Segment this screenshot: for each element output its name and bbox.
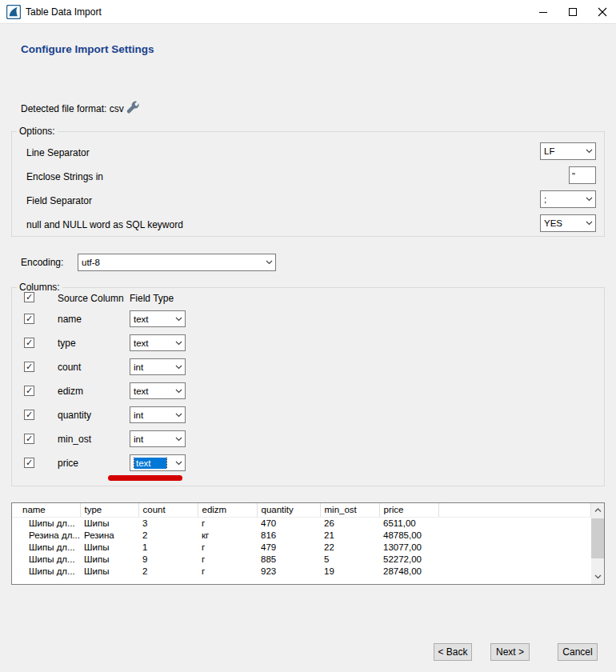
page-title: Configure Import Settings [21, 43, 154, 55]
column-checkbox-price[interactable]: ✓ [24, 458, 34, 468]
columns-group-title: Columns: [17, 282, 62, 293]
null-keyword-label: null and NULL word as SQL keyword [26, 219, 183, 230]
col-header-name[interactable]: name [12, 503, 80, 517]
chevron-down-icon [172, 413, 185, 418]
line-separator-select[interactable]: LF [540, 142, 596, 160]
source-column-header: Source Column [58, 293, 124, 304]
col-header-min-ost[interactable]: min_ost [320, 503, 379, 517]
field-type-select-type[interactable]: text [130, 334, 186, 351]
chevron-down-icon [172, 461, 185, 466]
preview-table: name type count edizm quantity min_ost p… [12, 503, 591, 577]
column-checkbox-count[interactable]: ✓ [24, 362, 34, 372]
col-header-count[interactable]: count [138, 503, 198, 517]
chevron-down-icon [582, 221, 595, 226]
field-type-select-min-ost[interactable]: int [130, 430, 186, 447]
options-group: Options: Line Separator LF Enclose Strin… [11, 131, 605, 237]
field-separator-select[interactable]: ; [540, 190, 596, 208]
table-header-row: name type count edizm quantity min_ost p… [12, 503, 591, 517]
cancel-button[interactable]: Cancel [558, 643, 598, 661]
column-checkbox-min-ost[interactable]: ✓ [24, 434, 34, 444]
column-label-price: price [58, 458, 78, 469]
field-type-select-quantity[interactable]: int [130, 406, 186, 423]
columns-group: Columns: ✓ Source Column Field Type ✓ na… [11, 287, 605, 486]
wrench-icon[interactable] [125, 100, 141, 116]
vertical-scrollbar[interactable] [591, 503, 604, 584]
detected-file-format-label: Detected file format: csv [21, 103, 124, 114]
column-label-min-ost: min_ost [58, 434, 91, 445]
data-preview-panel: name type count edizm quantity min_ost p… [11, 502, 605, 585]
chevron-down-icon [172, 437, 185, 442]
chevron-down-icon [172, 341, 185, 346]
minimize-button[interactable] [530, 0, 557, 24]
select-all-columns-checkbox[interactable]: ✓ [24, 292, 34, 302]
table-row[interactable]: Шипы дл... Шипы 3 г 470 26 6511,00 [12, 517, 591, 529]
column-checkbox-name[interactable]: ✓ [24, 314, 34, 324]
red-underline-annotation [108, 475, 182, 481]
chevron-down-icon [262, 260, 275, 265]
selected-field-type-highlight: text [134, 458, 166, 469]
column-label-quantity: quantity [58, 410, 91, 421]
field-type-select-name[interactable]: text [130, 310, 186, 327]
close-button[interactable] [589, 0, 616, 24]
chevron-down-icon [582, 197, 595, 202]
column-checkbox-quantity[interactable]: ✓ [24, 410, 34, 420]
null-keyword-select[interactable]: YES [540, 214, 596, 232]
table-row[interactable]: Шипы дл... Шипы 1 г 479 22 13077,00 [12, 541, 591, 553]
enclose-strings-label: Enclose Strings in [26, 171, 103, 182]
column-label-count: count [58, 362, 81, 373]
table-row[interactable]: Резина дл... Резина 2 кг 816 21 48785,00 [12, 529, 591, 541]
column-checkbox-type[interactable]: ✓ [24, 338, 34, 348]
maximize-button[interactable] [559, 0, 586, 24]
chevron-down-icon [172, 389, 185, 394]
chevron-down-icon [172, 317, 185, 322]
column-label-type: type [58, 338, 76, 349]
chevron-down-icon [582, 149, 595, 154]
column-label-edizm: edizm [58, 386, 83, 397]
next-button[interactable]: Next > [490, 643, 530, 661]
field-separator-label: Field Separator [26, 195, 92, 206]
mysql-workbench-icon [6, 5, 21, 19]
field-type-header: Field Type [130, 293, 174, 304]
column-label-name: name [58, 314, 82, 325]
table-row[interactable]: Шипы дл... Шипы 9 г 885 5 52272,00 [12, 553, 591, 565]
field-type-select-edizm[interactable]: text [130, 382, 186, 399]
scroll-up-icon[interactable] [591, 504, 604, 517]
col-header-quantity[interactable]: quantity [257, 503, 320, 517]
scroll-down-icon[interactable] [591, 570, 604, 583]
chevron-down-icon [172, 365, 185, 370]
encoding-select[interactable]: utf-8 [78, 254, 276, 271]
title-bar: Table Data Import [0, 0, 616, 24]
table-data-import-dialog: Table Data Import Configure Import Setti… [0, 0, 616, 672]
back-button[interactable]: < Back [434, 643, 472, 661]
window-title: Table Data Import [26, 0, 102, 24]
col-header-filler [438, 503, 591, 517]
scrollbar-thumb[interactable] [591, 518, 604, 558]
encoding-label: Encoding: [21, 257, 63, 268]
enclose-strings-input[interactable] [569, 166, 596, 184]
table-row[interactable]: Шипы дл... Шипы 2 г 923 19 28748,00 [12, 565, 591, 577]
line-separator-label: Line Separator [26, 147, 90, 158]
col-header-type[interactable]: type [80, 503, 138, 517]
field-type-select-price[interactable]: text [130, 454, 186, 471]
col-header-price[interactable]: price [379, 503, 438, 517]
column-checkbox-edizm[interactable]: ✓ [24, 386, 34, 396]
field-type-select-count[interactable]: int [130, 358, 186, 375]
options-group-title: Options: [17, 126, 58, 137]
col-header-edizm[interactable]: edizm [198, 503, 257, 517]
